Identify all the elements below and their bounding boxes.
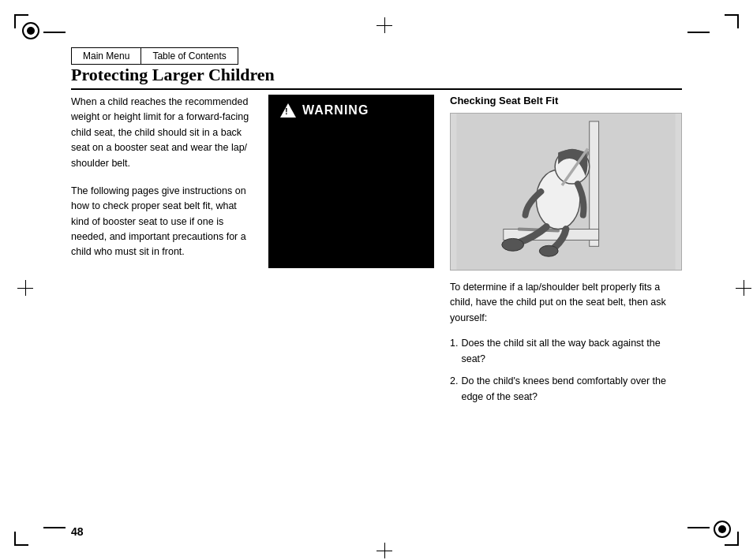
- registration-circle-br: [714, 521, 731, 538]
- corner-line-tr-h: [687, 32, 710, 33]
- checklist-text-2: Do the child's knees bend comfortably ov…: [461, 373, 682, 405]
- right-column: Checking Seat Belt Fit: [450, 95, 682, 513]
- left-paragraph-2: The following pages give instructions on…: [71, 184, 253, 260]
- checklist-num-2: 2.: [450, 373, 458, 405]
- corner-mark-bl: [14, 532, 28, 546]
- child-illustration-svg: [451, 114, 681, 270]
- checklist-num-1: 1.: [450, 335, 458, 367]
- left-column: When a child reaches the recommended wei…: [71, 95, 253, 513]
- nav-bar: Main Menu Table of Contents: [71, 47, 238, 65]
- checklist-item-2: 2. Do the child's knees bend comfortably…: [450, 373, 682, 405]
- corner-line-br-h: [687, 527, 710, 528]
- registration-circle-tl: [22, 22, 39, 39]
- svg-rect-1: [590, 121, 599, 246]
- warning-triangle-icon: [280, 103, 296, 118]
- page-number: 48: [71, 525, 84, 538]
- warning-box: WARNING: [268, 95, 434, 268]
- child-illustration: [450, 113, 682, 271]
- left-paragraph-1: When a child reaches the recommended wei…: [71, 95, 253, 171]
- svg-point-8: [539, 245, 558, 256]
- warning-label: WARNING: [302, 103, 369, 118]
- warning-body: [271, 124, 432, 266]
- page-title-container: Protecting Larger Children: [71, 65, 682, 90]
- table-of-contents-button[interactable]: Table of Contents: [140, 47, 238, 65]
- warning-column: WARNING: [268, 95, 434, 513]
- main-menu-button[interactable]: Main Menu: [71, 47, 140, 65]
- right-description: To determine if a lap/shoulder belt prop…: [450, 280, 682, 326]
- corner-line-tl-h: [43, 32, 66, 33]
- checklist-text-1: Does the child sit all the way back agai…: [461, 335, 682, 367]
- corner-line-bl-h: [43, 527, 66, 528]
- svg-point-7: [502, 238, 524, 251]
- checklist: 1. Does the child sit all the way back a…: [450, 335, 682, 405]
- warning-header: WARNING: [271, 97, 432, 124]
- content-area: When a child reaches the recommended wei…: [71, 95, 682, 513]
- corner-mark-tr: [725, 14, 739, 28]
- page-title: Protecting Larger Children: [71, 65, 682, 85]
- right-section-title: Checking Seat Belt Fit: [450, 95, 682, 106]
- checklist-item-1: 1. Does the child sit all the way back a…: [450, 335, 682, 367]
